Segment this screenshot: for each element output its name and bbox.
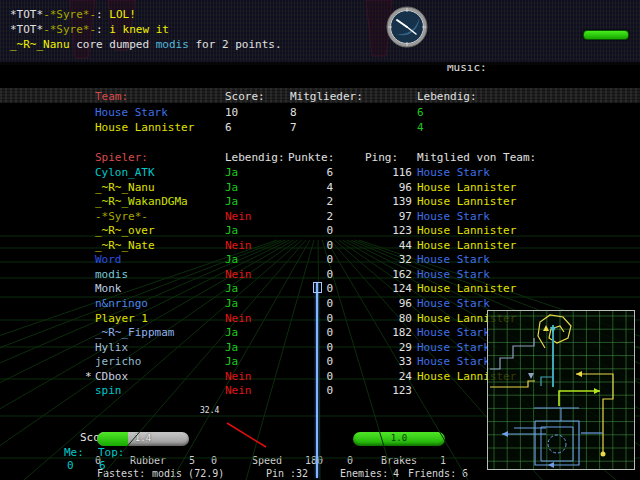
player-alive: Ja bbox=[225, 181, 238, 194]
player-points: 4 bbox=[300, 181, 333, 194]
player-alive: Ja bbox=[225, 355, 238, 368]
player-team: House Stark bbox=[417, 166, 490, 179]
player-points: 6 bbox=[300, 166, 333, 179]
player-name: n&nringo bbox=[95, 297, 148, 310]
player-name: _~R~_WakanDGMa bbox=[95, 195, 188, 208]
chat-segment: modis bbox=[156, 38, 189, 51]
player-team: House Stark bbox=[417, 326, 490, 339]
player-name: -*Syre*- bbox=[95, 210, 148, 223]
chat-segment: -*Syre*- bbox=[43, 8, 96, 21]
player-name: Player 1 bbox=[95, 312, 148, 325]
player-alive: Ja bbox=[225, 224, 238, 237]
player-points: 0 bbox=[300, 239, 333, 252]
player-name: spin bbox=[95, 384, 122, 397]
minimap-direction-arrow bbox=[543, 325, 549, 331]
chat-line: *TOT*-*Syre*-: LOL! bbox=[10, 8, 136, 21]
chat-segment: *TOT* bbox=[10, 8, 43, 21]
chat-segment: *TOT* bbox=[10, 23, 43, 36]
player-alive: Nein bbox=[225, 239, 252, 252]
player-name: _~R~_over bbox=[95, 224, 155, 237]
player-name: _~R~_Fippmam bbox=[95, 326, 174, 339]
alive-col-header: Lebendig: bbox=[417, 90, 477, 103]
player-ping: 123 bbox=[370, 384, 412, 397]
player-ping: 32 bbox=[370, 253, 412, 266]
team-members: 7 bbox=[290, 121, 297, 134]
player-name: CDbox bbox=[95, 370, 128, 383]
player-ping: 162 bbox=[370, 268, 412, 281]
game-hud: *TOT*-*Syre*-: LOL!*TOT*-*Syre*-: i knew… bbox=[0, 0, 640, 480]
minimap-trail bbox=[576, 374, 613, 452]
player-points: 0 bbox=[300, 268, 333, 281]
player-points: 0 bbox=[300, 253, 333, 266]
player-ping: 24 bbox=[370, 370, 412, 383]
player-alive: Nein bbox=[225, 384, 252, 397]
team-score: 6 bbox=[225, 121, 232, 134]
points-col-header: Punkte: bbox=[288, 151, 334, 164]
player-team: House Stark bbox=[417, 253, 490, 266]
player-alive: Nein bbox=[225, 370, 252, 383]
score-col-header: Score: bbox=[225, 90, 265, 103]
player-team: House Lannister bbox=[417, 282, 516, 295]
member-of-team-col-header: Mitglied von Team: bbox=[417, 151, 536, 164]
player-team: House Stark bbox=[417, 268, 490, 281]
minimap-direction-arrow bbox=[594, 388, 600, 394]
members-col-header: Mitglieder: bbox=[290, 90, 363, 103]
player-team: House Stark bbox=[417, 355, 490, 368]
chat-segment: for 2 points. bbox=[189, 38, 282, 51]
team-name: House Lannister bbox=[95, 121, 194, 134]
player-ping: 123 bbox=[370, 224, 412, 237]
player-alive: Nein bbox=[225, 312, 252, 325]
chat-segment: LOL! bbox=[109, 8, 136, 21]
player-alive-col-header: Lebendig: bbox=[225, 151, 285, 164]
lightcycle-wall-cap bbox=[313, 282, 322, 293]
ping-col-header: Ping: bbox=[365, 151, 398, 164]
player-ping: 80 bbox=[370, 312, 412, 325]
team-name: House Stark bbox=[95, 106, 168, 119]
team-members: 8 bbox=[290, 106, 297, 119]
chat-line: _~R~_Nanu core dumped modis for 2 points… bbox=[10, 38, 282, 51]
minimap-dashed-circle bbox=[548, 435, 566, 453]
player-alive: Ja bbox=[225, 297, 238, 310]
minimap-trail bbox=[541, 427, 573, 461]
minimap-direction-arrow bbox=[576, 371, 582, 377]
player-ping: 96 bbox=[370, 181, 412, 194]
chat-segment: -*Syre*- bbox=[43, 23, 96, 36]
player-col-header: Spieler: bbox=[95, 151, 148, 164]
chat-segment: : bbox=[96, 8, 109, 21]
player-alive: Ja bbox=[225, 253, 238, 266]
chat-segment: i knew it bbox=[109, 23, 169, 36]
player-team: House Stark bbox=[417, 341, 490, 354]
player-name: _~R~_Nanu bbox=[95, 181, 155, 194]
player-alive: Nein bbox=[225, 210, 252, 223]
player-team: House Lannister bbox=[417, 181, 516, 194]
player-name: Word bbox=[95, 253, 122, 266]
player-alive: Ja bbox=[225, 326, 238, 339]
clock-icon bbox=[386, 6, 428, 48]
chat-line: *TOT*-*Syre*-: i knew it bbox=[10, 23, 169, 36]
player-points: 2 bbox=[300, 210, 333, 223]
player-ping: 44 bbox=[370, 239, 412, 252]
minimap-cycle-dot bbox=[601, 452, 606, 457]
chat-segment: : bbox=[96, 23, 109, 36]
player-alive: Nein bbox=[225, 268, 252, 281]
minimap-direction-arrow bbox=[502, 431, 508, 437]
player-ping: 97 bbox=[370, 210, 412, 223]
lightcycle-wall-blue bbox=[316, 283, 318, 478]
player-ping: 182 bbox=[370, 326, 412, 339]
player-points: 0 bbox=[300, 224, 333, 237]
chat-segment: core dumped bbox=[70, 38, 156, 51]
player-name: modis bbox=[95, 268, 128, 281]
minimap-direction-arrow bbox=[548, 462, 554, 468]
player-team: House Lannister bbox=[417, 195, 516, 208]
player-name: _~R~_Nate bbox=[95, 239, 155, 252]
minimap-canvas bbox=[488, 311, 634, 469]
minimap-trail bbox=[538, 315, 571, 348]
player-alive: Ja bbox=[225, 282, 238, 295]
player-team: House Stark bbox=[417, 297, 490, 310]
player-ping: 96 bbox=[370, 297, 412, 310]
player-ping: 124 bbox=[370, 282, 412, 295]
player-team: House Stark bbox=[417, 210, 490, 223]
chat-segment: _~R~_Nanu bbox=[10, 38, 70, 51]
minimap bbox=[487, 310, 635, 470]
player-name: jericho bbox=[95, 355, 141, 368]
